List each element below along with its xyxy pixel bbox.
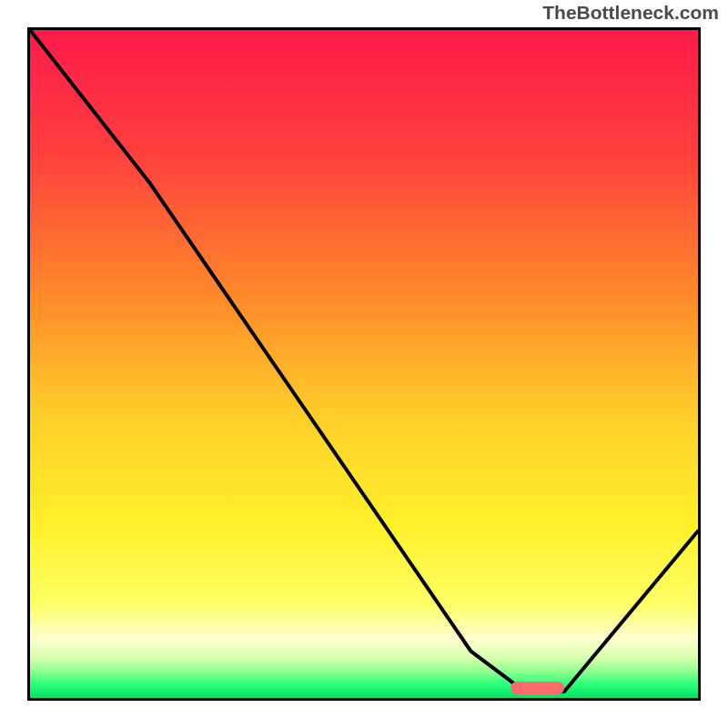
chart-curve xyxy=(30,30,698,698)
chart-plot-area xyxy=(27,27,701,701)
optimal-range-marker xyxy=(511,682,564,694)
watermark-text: TheBottleneck.com xyxy=(542,2,719,24)
